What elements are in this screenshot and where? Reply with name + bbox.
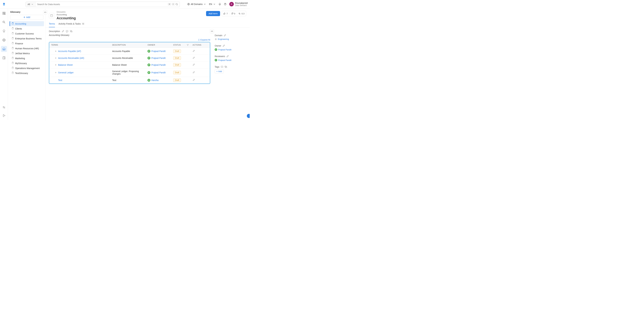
- rp-reviewer-value[interactable]: P Prajwal Pandit: [215, 59, 246, 61]
- filter-icon[interactable]: [187, 44, 189, 46]
- owner-name: Prajwal Pandit: [151, 50, 166, 53]
- user-avatar: R: [229, 2, 234, 6]
- lang-label: EN: [209, 3, 212, 6]
- nav-rail: [0, 9, 8, 120]
- sidebar-item-label: Finance: [15, 42, 23, 45]
- owner-link[interactable]: PPrajwal Pandit: [148, 57, 169, 60]
- rp-domain-value[interactable]: Engineering: [215, 38, 246, 40]
- sidebar-item[interactable]: Clients: [10, 26, 44, 31]
- description-label: Description: [49, 30, 60, 33]
- term-description: Accounts Payable: [110, 48, 146, 55]
- edit-row-button[interactable]: [192, 71, 195, 74]
- expand-caret[interactable]: [54, 50, 57, 52]
- kbd-k: K: [172, 3, 175, 6]
- sidebar-item[interactable]: Marketing: [10, 56, 44, 61]
- term-link[interactable]: Balance Sheet: [58, 64, 72, 66]
- sidebar-item[interactable]: MyGlossary: [10, 61, 44, 66]
- sidebar-item[interactable]: Customer Success: [10, 31, 44, 36]
- expand-all-button[interactable]: Expand All: [198, 39, 210, 41]
- description-text: Accounting Glossary: [49, 33, 210, 39]
- rp-owner-label: Owner: [215, 45, 221, 47]
- bell-icon[interactable]: [218, 3, 221, 6]
- tab-terms[interactable]: Terms: [49, 23, 55, 27]
- rail-docs[interactable]: [1, 55, 7, 61]
- rp-owner-value[interactable]: P Prajwal Pandit: [215, 48, 246, 51]
- dislike-button[interactable]: 0: [230, 13, 237, 15]
- edit-row-button[interactable]: [192, 57, 195, 60]
- request-icon[interactable]: [221, 66, 223, 68]
- sidebar-item[interactable]: Finance: [10, 41, 44, 46]
- table-row: General LedgerGeneral Ledger. Proposing …: [49, 68, 210, 77]
- comment-icon[interactable]: [70, 30, 72, 33]
- add-tag-label: Add: [218, 70, 222, 73]
- sidebar-item[interactable]: TestGlossary: [10, 71, 44, 76]
- rail-settings[interactable]: [1, 104, 7, 110]
- term-link[interactable]: General Ledger: [58, 71, 74, 74]
- request-icon[interactable]: [66, 30, 68, 33]
- edit-icon[interactable]: [222, 45, 225, 47]
- sidebar-item-label: Enterprise Business Terms: [15, 37, 42, 40]
- owner-link[interactable]: PPrajwal Pandit: [148, 50, 169, 53]
- rail-logout[interactable]: [1, 113, 7, 119]
- term-link[interactable]: Accounts Receivable (AR): [58, 57, 84, 59]
- sidebar-collapse-toggle[interactable]: [43, 10, 47, 14]
- domains-dropdown[interactable]: All Domains: [187, 3, 206, 6]
- clipboard-icon: [12, 22, 14, 25]
- sidebar-item[interactable]: Operations Management: [10, 66, 44, 71]
- rail-search[interactable]: [1, 19, 7, 25]
- owner-link[interactable]: PPrajwal Pandit: [148, 63, 169, 66]
- search-input[interactable]: [36, 3, 166, 6]
- edit-row-button[interactable]: [192, 79, 195, 82]
- expand-caret[interactable]: [54, 72, 57, 73]
- user-menu[interactable]: R Rounakpreet Data Steward: [229, 2, 248, 7]
- rail-explore[interactable]: [1, 10, 7, 16]
- help-icon[interactable]: [224, 3, 226, 6]
- search-scope-select[interactable]: All: [26, 2, 36, 7]
- right-panel-toggle[interactable]: [210, 29, 214, 33]
- user-name: Rounakpreet: [235, 2, 248, 4]
- add-term-button[interactable]: Add term: [206, 11, 220, 16]
- th-status[interactable]: STATUS: [171, 42, 190, 48]
- comment-icon[interactable]: [224, 66, 227, 68]
- th-owner[interactable]: OWNER: [146, 42, 171, 48]
- owner-link[interactable]: HHarsha: [148, 79, 169, 82]
- breadcrumb[interactable]: Glossaries: [56, 11, 76, 13]
- search-scope-label: All: [28, 3, 30, 6]
- search-icon[interactable]: [176, 3, 178, 6]
- lang-dropdown[interactable]: EN: [209, 3, 216, 6]
- sidebar-item-label: Operations Management: [15, 67, 40, 70]
- th-description[interactable]: DESCRIPTION: [110, 42, 146, 48]
- tab-activity[interactable]: Activity Feeds & Tasks 5: [58, 23, 84, 27]
- edit-row-button[interactable]: [192, 64, 195, 66]
- page: Glossaries Accounting Accounting Add ter…: [46, 9, 250, 120]
- sidebar-item-label: TestGlossary: [15, 72, 28, 74]
- sidebar-item[interactable]: JetStat Metrics: [10, 51, 44, 56]
- add-tag-button[interactable]: +Add: [215, 69, 224, 73]
- term-link[interactable]: Accounts Payable (AP): [58, 50, 81, 53]
- sidebar-item[interactable]: Enterprise Business Terms: [10, 36, 44, 41]
- rail-insights[interactable]: [1, 28, 7, 34]
- glossary-sidebar: Glossary Add AccountingClientsCustomer S…: [8, 9, 46, 120]
- rail-glossary[interactable]: [1, 46, 7, 52]
- term-description: General Ledger. Proposing changes: [110, 68, 146, 77]
- expand-caret[interactable]: [54, 64, 57, 66]
- rail-domains[interactable]: [1, 37, 7, 43]
- expand-caret[interactable]: [54, 57, 57, 59]
- edit-icon[interactable]: [62, 30, 64, 33]
- add-glossary-button[interactable]: Add: [10, 15, 43, 20]
- edit-row-button[interactable]: [192, 50, 195, 53]
- thumbs-up-icon: [224, 13, 226, 15]
- term-link[interactable]: Test: [58, 79, 62, 81]
- edit-icon[interactable]: [226, 55, 229, 58]
- th-terms[interactable]: TERMS: [49, 42, 110, 48]
- version-info[interactable]: 0.3: [237, 13, 246, 15]
- app-logo[interactable]: [0, 0, 8, 9]
- edit-icon[interactable]: [224, 34, 226, 37]
- rp-domain-name: Engineering: [218, 38, 229, 40]
- sidebar-item[interactable]: Human Resources (HR): [10, 46, 44, 51]
- owner-link[interactable]: PPrajwal Pandit: [148, 71, 169, 74]
- like-button[interactable]: 7: [222, 13, 229, 15]
- thumbs-down-icon: [231, 13, 233, 15]
- sidebar-item[interactable]: Accounting: [10, 21, 44, 26]
- rp-owner-name: Prajwal Pandit: [218, 49, 232, 51]
